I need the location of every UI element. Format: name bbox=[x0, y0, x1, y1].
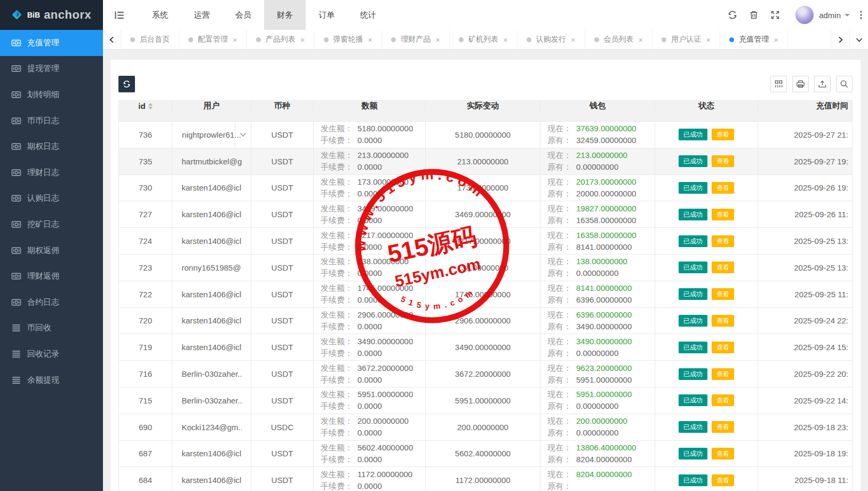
tab[interactable]: 充值管理 × bbox=[720, 30, 788, 49]
sidebar-item[interactable]: 币币日志 bbox=[0, 108, 103, 134]
search-icon[interactable] bbox=[836, 76, 853, 92]
cell-amount: 发生额：213.00000000 手续费：0.0000 bbox=[314, 148, 426, 175]
tab-label: 后台首页 bbox=[140, 35, 170, 44]
tab-close-icon[interactable]: × bbox=[571, 36, 576, 44]
sidebar-item[interactable]: 划转明细 bbox=[0, 82, 103, 108]
table-row: 684 karsten1406@icl... USDT 发生额：1172.000… bbox=[119, 466, 852, 491]
cell-amount: 发生额：200.00000000 手续费：0.0000 bbox=[314, 414, 426, 440]
tab-close-icon[interactable]: × bbox=[774, 36, 778, 44]
view-button[interactable]: 查看 bbox=[712, 342, 734, 353]
top-nav-item[interactable]: 统计 bbox=[347, 0, 389, 30]
print-icon[interactable] bbox=[792, 76, 809, 92]
refresh-icon[interactable] bbox=[722, 0, 743, 30]
cell-time: 2025-09-25 11: bbox=[758, 281, 852, 307]
user-name[interactable]: admin bbox=[819, 11, 841, 20]
cell-amount: 发生额：3672.20000000 手续费：0.0000 bbox=[314, 361, 426, 387]
header-id[interactable]: id bbox=[119, 101, 172, 111]
tab-close-icon[interactable]: × bbox=[233, 36, 237, 44]
header-amount: 数额 bbox=[314, 101, 426, 111]
tabs-scroll-right-icon[interactable] bbox=[831, 30, 849, 49]
cell-time: 2025-09-26 11: bbox=[758, 201, 852, 227]
tab[interactable]: 理财产品 × bbox=[382, 30, 450, 49]
table-row: 690 Kocki1234@gm... USDC 发生额：200.0000000… bbox=[119, 414, 852, 440]
tab-close-icon[interactable]: × bbox=[706, 36, 711, 44]
sidebar-item[interactable]: 币回收 bbox=[0, 315, 103, 342]
expand-user-button[interactable] bbox=[235, 122, 251, 148]
view-button[interactable]: 查看 bbox=[712, 474, 734, 486]
sidebar-item[interactable]: 合约日志 bbox=[0, 289, 103, 315]
header-wallet: 钱包 bbox=[540, 101, 655, 111]
view-button[interactable]: 查看 bbox=[712, 235, 734, 247]
tab[interactable]: 后台首页 bbox=[121, 30, 179, 49]
view-button[interactable]: 查看 bbox=[712, 315, 734, 327]
money-icon bbox=[11, 271, 21, 281]
header-time: 充值时间 bbox=[758, 101, 852, 111]
tab-close-icon[interactable]: × bbox=[300, 36, 305, 44]
table-refresh-button[interactable] bbox=[118, 76, 135, 92]
cell-wallet: 现在：3490.00000000 原有：0.00000000 bbox=[540, 334, 655, 360]
user-avatar[interactable] bbox=[795, 6, 814, 24]
cell-coin: USDT bbox=[251, 387, 314, 414]
tab-close-icon[interactable]: × bbox=[368, 36, 373, 44]
sidebar-item[interactable]: 余额提现 bbox=[0, 367, 103, 393]
tabs-scroll-left-icon[interactable] bbox=[103, 30, 121, 49]
tab-close-icon[interactable]: × bbox=[503, 36, 508, 44]
tabs-dropdown-icon[interactable] bbox=[849, 30, 868, 49]
more-menu-icon[interactable] bbox=[854, 0, 868, 30]
view-button[interactable]: 查看 bbox=[712, 288, 734, 300]
view-button[interactable]: 查看 bbox=[712, 448, 734, 460]
sidebar-item[interactable]: 挖矿日志 bbox=[0, 211, 103, 237]
cell-wallet: 现在：19827.00000000 原有：16358.00000000 bbox=[540, 201, 655, 227]
tab[interactable]: 产品列表 × bbox=[247, 30, 315, 49]
tab[interactable]: 配置管理 × bbox=[179, 30, 247, 49]
top-nav-item[interactable]: 订单 bbox=[306, 0, 347, 30]
cell-amount: 发生额：8217.00000000 手续费：0.0000 bbox=[314, 228, 426, 254]
tab-dot-icon bbox=[527, 37, 531, 42]
sidebar-item[interactable]: 认购日志 bbox=[0, 186, 103, 212]
fullscreen-icon[interactable] bbox=[765, 0, 786, 30]
top-nav-item[interactable]: 运营 bbox=[181, 0, 222, 30]
cell-wallet: 现在：16358.00000000 原有：8141.00000000 bbox=[540, 228, 655, 254]
table-row: 720 karsten1406@icl... USDT 发生额：2906.000… bbox=[119, 307, 852, 334]
recharge-table-card: id 用户 币种 数额 实际变动 钱包 状态 充值时间 736 nightpro… bbox=[110, 60, 861, 491]
sidebar-item[interactable]: 充值管理 bbox=[0, 30, 103, 56]
view-button[interactable]: 查看 bbox=[712, 262, 734, 273]
tab[interactable]: 认购发行 × bbox=[517, 30, 585, 49]
cell-user: karsten1406@icl... bbox=[172, 201, 251, 227]
view-button[interactable]: 查看 bbox=[712, 368, 734, 380]
tab-close-icon[interactable]: × bbox=[639, 36, 643, 44]
view-button[interactable]: 查看 bbox=[712, 129, 734, 140]
tab-close-icon[interactable]: × bbox=[435, 36, 440, 44]
list-icon bbox=[11, 349, 21, 359]
export-icon[interactable] bbox=[814, 76, 831, 92]
sidebar-item[interactable]: 期权返佣 bbox=[0, 237, 103, 264]
sort-icon[interactable] bbox=[148, 103, 153, 109]
user-menu-caret-icon[interactable] bbox=[845, 14, 850, 19]
top-nav-item[interactable]: 会员 bbox=[222, 0, 264, 30]
tab[interactable]: 弹窗轮播 × bbox=[315, 30, 383, 49]
tab[interactable]: 矿机列表 × bbox=[450, 30, 517, 49]
brand-logo: BiB anchorx bbox=[0, 0, 103, 30]
tab-label: 用户认证 bbox=[671, 35, 701, 44]
cell-status: 已成功 查看 bbox=[655, 441, 758, 467]
collapse-sidebar-icon[interactable] bbox=[103, 0, 135, 30]
view-button[interactable]: 查看 bbox=[712, 182, 734, 194]
sidebar-item[interactable]: 回收记录 bbox=[0, 341, 103, 367]
view-button[interactable]: 查看 bbox=[712, 394, 734, 406]
tab[interactable]: 用户认证 × bbox=[652, 30, 720, 49]
sidebar-item[interactable]: 理财返佣 bbox=[0, 263, 103, 289]
cell-change: 1745.00000000 bbox=[426, 281, 540, 307]
sidebar-item[interactable]: 理财日志 bbox=[0, 160, 103, 186]
top-nav-item[interactable]: 系统 bbox=[139, 0, 181, 30]
sidebar-item[interactable]: 期权日志 bbox=[0, 133, 103, 160]
table-row: 716 Berlin-030zaher... USDT 发生额：3672.200… bbox=[119, 360, 852, 387]
tab[interactable]: 会员列表 × bbox=[585, 30, 653, 49]
top-nav-item[interactable]: 财务 bbox=[264, 0, 306, 30]
view-button[interactable]: 查看 bbox=[712, 421, 734, 433]
view-button[interactable]: 查看 bbox=[712, 209, 734, 220]
cell-status: 已成功 查看 bbox=[655, 228, 758, 254]
view-button[interactable]: 查看 bbox=[712, 155, 734, 167]
trash-icon[interactable] bbox=[743, 0, 765, 30]
columns-filter-icon[interactable] bbox=[770, 76, 787, 92]
sidebar-item[interactable]: 提现管理 bbox=[0, 56, 103, 82]
